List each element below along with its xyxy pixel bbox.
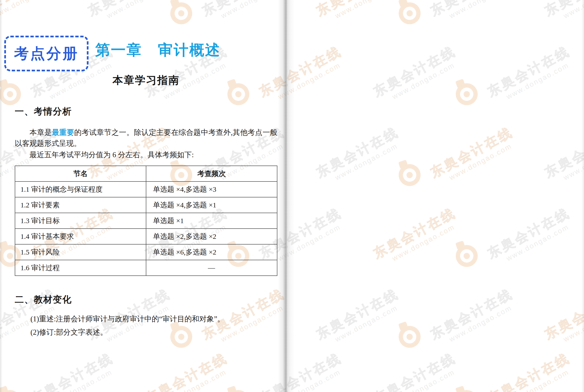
- table-header-row: 节名 考查频次: [15, 166, 277, 182]
- table-row: 1.6 审计过程 —: [15, 260, 277, 276]
- section-name-cell: 1.2 审计要素: [15, 197, 146, 213]
- section-name-cell: 1.3 审计目标: [15, 213, 146, 228]
- paragraph-text: 本章是: [30, 128, 52, 136]
- frequency-cell: 单选题 ×2,多选题 ×2: [146, 228, 277, 244]
- section-name-cell: 1.5 审计风险: [15, 244, 146, 260]
- page-edge-right: [582, 0, 584, 392]
- table-row: 1.1 审计的概念与保证程度 单选题 ×4,多选题 ×3: [15, 182, 277, 197]
- frequency-cell: 单选题 ×6,多选题 ×2: [146, 244, 277, 260]
- section-name-cell: 1.6 审计过程: [15, 260, 146, 276]
- chapter-guide-heading: 本章学习指南: [15, 73, 277, 87]
- volume-badge-keypoints: 考点分册: [4, 36, 88, 71]
- table-row: 1.5 审计风险 单选题 ×6,多选题 ×2: [15, 244, 277, 260]
- table-row: 1.2 审计要素 单选题 ×4,多选题 ×1: [15, 197, 277, 213]
- column-header-frequency: 考查频次: [146, 166, 277, 182]
- section-exam-analysis-heading: 一、考情分析: [15, 105, 277, 118]
- right-page: 第一章 审计概述 注会考试题量大,高速、高质解题,是过关核心要素。如何高效提升?…: [286, 0, 584, 392]
- highlighted-phrase: 最重要: [52, 128, 74, 136]
- section-name-cell: 1.1 审计的概念与保证程度: [15, 182, 146, 197]
- column-header-section: 节名: [15, 166, 146, 182]
- textbook-change-item: (2)修订:部分文字表述。: [15, 327, 277, 338]
- section-name-cell: 1.4 审计基本要求: [15, 228, 146, 244]
- left-page-content: 本章学习指南 一、考情分析 本章是最重要的考试章节之一。除认定主要在综合题中考查…: [15, 73, 277, 338]
- frequency-cell: 单选题 ×4,多选题 ×1: [146, 197, 277, 213]
- page-edge-left: [0, 0, 2, 392]
- exam-analysis-paragraph: 本章是最重要的考试章节之一。除认定主要在综合题中考查外,其他考点一般以客观题形式…: [15, 127, 277, 149]
- section-textbook-changes-heading: 二、教材变化: [15, 294, 277, 306]
- frequency-cell: 单选题 ×4,多选题 ×3: [146, 182, 277, 197]
- table-row: 1.3 审计目标 单选题 ×1: [15, 213, 277, 228]
- textbook-change-item: (1)重述:注册会计师审计与政府审计中的“审计目的和对象”。: [15, 314, 277, 324]
- left-page: 考点分册 第一章 审计概述 本章学习指南 一、考情分析 本章是最重要的考试章节之…: [0, 0, 286, 392]
- frequency-cell: —: [146, 260, 277, 276]
- frequency-cell: 单选题 ×1: [146, 213, 277, 228]
- average-score-paragraph: 最近五年考试平均分值为 6 分左右。具体考频如下:: [15, 150, 277, 160]
- chapter-title-left: 第一章 审计概述: [95, 40, 221, 60]
- volume-badge-keypoints-label: 考点分册: [14, 44, 79, 64]
- exam-frequency-table: 节名 考查频次 1.1 审计的概念与保证程度 单选题 ×4,多选题 ×3 1.2…: [15, 166, 277, 276]
- table-row: 1.4 审计基本要求 单选题 ×2,多选题 ×2: [15, 228, 277, 244]
